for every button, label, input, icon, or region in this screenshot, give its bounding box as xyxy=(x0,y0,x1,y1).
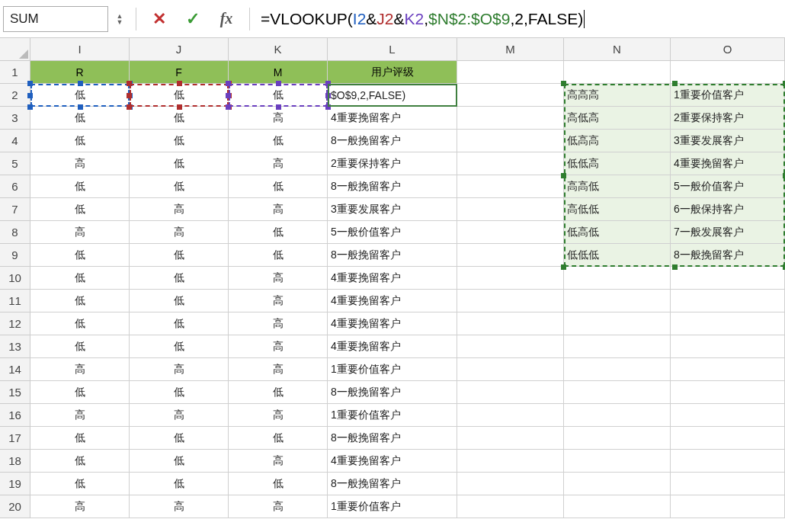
cell[interactable] xyxy=(671,358,785,381)
cell[interactable]: 低 xyxy=(229,427,328,450)
cell[interactable]: 低 xyxy=(130,175,229,198)
cell[interactable] xyxy=(564,495,671,518)
cell[interactable]: 低 xyxy=(130,335,229,358)
cell[interactable] xyxy=(671,290,785,312)
cell[interactable]: 8一般挽留客户 xyxy=(328,130,457,152)
cell[interactable]: 低 xyxy=(130,473,229,495)
cell[interactable] xyxy=(671,450,785,473)
cell[interactable]: 4重要挽留客户 xyxy=(328,312,457,335)
cell[interactable]: 低 xyxy=(130,267,229,290)
cell[interactable]: 低 xyxy=(130,244,229,267)
cell[interactable] xyxy=(457,175,564,198)
cell[interactable]: 低 xyxy=(30,381,130,404)
cell[interactable]: 8一般挽留客户 xyxy=(671,244,785,267)
cell[interactable] xyxy=(564,358,671,381)
cell[interactable]: 高高高 xyxy=(564,84,671,107)
cell[interactable]: 低 xyxy=(30,335,130,358)
cell[interactable]: 1重要价值客户 xyxy=(671,84,785,107)
cell[interactable] xyxy=(671,495,785,518)
cell[interactable]: 高 xyxy=(229,107,328,130)
cell[interactable] xyxy=(457,290,564,312)
cell[interactable]: 高 xyxy=(130,404,229,427)
cell[interactable]: 3重要发展客户 xyxy=(671,130,785,152)
fx-button[interactable]: fx xyxy=(214,7,239,31)
cell[interactable]: 5一般价值客户 xyxy=(671,175,785,198)
col-header-M[interactable]: M xyxy=(457,38,564,61)
cell[interactable]: 8一般挽留客户 xyxy=(328,381,457,404)
cell[interactable]: 高低高 xyxy=(564,107,671,130)
cell[interactable] xyxy=(671,335,785,358)
select-all-corner[interactable] xyxy=(0,38,30,61)
cell[interactable] xyxy=(564,473,671,495)
cell[interactable]: 低 xyxy=(30,312,130,335)
cell[interactable]: 高 xyxy=(30,495,130,518)
cell[interactable] xyxy=(457,267,564,290)
cell[interactable]: 低高高 xyxy=(564,130,671,152)
cell[interactable] xyxy=(457,130,564,152)
cell[interactable]: F xyxy=(130,61,229,84)
cell[interactable]: 高 xyxy=(30,152,130,175)
cell[interactable]: 高 xyxy=(30,221,130,244)
cell[interactable]: 低 xyxy=(30,267,130,290)
cell[interactable]: 8一般挽留客户 xyxy=(328,175,457,198)
cell[interactable] xyxy=(457,152,564,175)
name-box-dropdown[interactable]: ▲ ▼ xyxy=(110,7,130,31)
col-header-L[interactable]: L xyxy=(328,38,457,61)
cell[interactable]: 高 xyxy=(130,495,229,518)
cell[interactable]: 高 xyxy=(130,358,229,381)
cancel-button[interactable]: ✕ xyxy=(147,7,171,31)
cell[interactable]: 高 xyxy=(30,358,130,381)
cell[interactable]: 低低高 xyxy=(564,152,671,175)
cell[interactable]: 3重要发展客户 xyxy=(328,198,457,221)
cell[interactable]: 低 xyxy=(130,152,229,175)
cell[interactable]: 用户评级 xyxy=(328,61,457,84)
cell[interactable]: 高 xyxy=(229,290,328,312)
cell[interactable]: 低 xyxy=(229,473,328,495)
cell[interactable]: 低 xyxy=(30,130,130,152)
cell[interactable]: 4重要挽留客户 xyxy=(328,335,457,358)
cell[interactable]: 高 xyxy=(229,198,328,221)
cell[interactable] xyxy=(564,290,671,312)
cell[interactable]: 低 xyxy=(130,84,229,107)
cell[interactable]: 低 xyxy=(130,290,229,312)
cell[interactable]: 高 xyxy=(229,312,328,335)
cell[interactable] xyxy=(671,473,785,495)
cell[interactable]: 低高低 xyxy=(564,221,671,244)
cell[interactable] xyxy=(457,381,564,404)
cell-grid[interactable]: RFM用户评级低低低$O$9,2,FALSE)高高高1重要价值客户低低高4重要挽… xyxy=(30,61,785,518)
cell[interactable] xyxy=(457,107,564,130)
cell[interactable] xyxy=(457,404,564,427)
cell[interactable]: 4重要挽留客户 xyxy=(328,267,457,290)
cell[interactable]: $O$9,2,FALSE) xyxy=(328,84,457,107)
row-header-7[interactable]: 7 xyxy=(0,198,30,221)
cell[interactable]: 低 xyxy=(30,290,130,312)
cell[interactable] xyxy=(671,427,785,450)
cell[interactable]: 低 xyxy=(130,427,229,450)
cell[interactable]: 2重要保持客户 xyxy=(328,152,457,175)
cell[interactable]: 低 xyxy=(130,381,229,404)
cell[interactable] xyxy=(457,61,564,84)
cell[interactable] xyxy=(457,495,564,518)
cell[interactable]: 高 xyxy=(130,221,229,244)
cell[interactable]: 高 xyxy=(130,198,229,221)
col-header-K[interactable]: K xyxy=(229,38,328,61)
cell[interactable]: 4重要挽留客户 xyxy=(671,152,785,175)
cell[interactable] xyxy=(457,473,564,495)
cell[interactable]: 高 xyxy=(229,152,328,175)
row-header-5[interactable]: 5 xyxy=(0,152,30,175)
cell[interactable] xyxy=(457,335,564,358)
row-header-19[interactable]: 19 xyxy=(0,473,30,495)
cell[interactable] xyxy=(564,381,671,404)
cell[interactable]: 高 xyxy=(229,495,328,518)
cell[interactable]: 高高低 xyxy=(564,175,671,198)
formula-input[interactable]: =VLOOKUP(I2&J2&K2,$N$2:$O$9,2,FALSE) xyxy=(256,7,782,31)
cell[interactable] xyxy=(457,198,564,221)
cell[interactable] xyxy=(457,358,564,381)
cell[interactable] xyxy=(671,381,785,404)
cell[interactable]: 低 xyxy=(30,107,130,130)
cell[interactable]: 高 xyxy=(229,450,328,473)
cell[interactable] xyxy=(564,61,671,84)
cell[interactable] xyxy=(457,427,564,450)
name-box[interactable]: SUM xyxy=(3,6,108,32)
row-header-4[interactable]: 4 xyxy=(0,130,30,152)
